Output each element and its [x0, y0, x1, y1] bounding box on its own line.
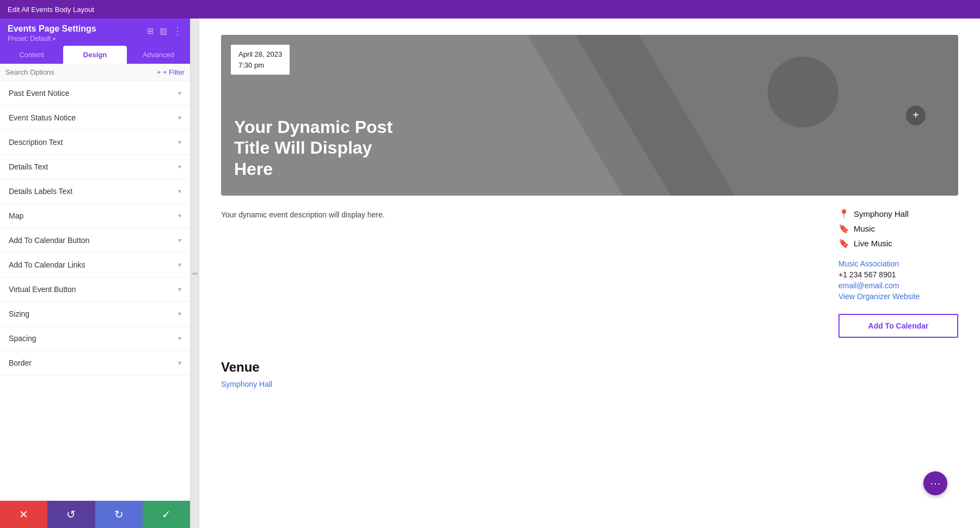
chevron-icon: ▾ [178, 114, 181, 122]
sidebar-header: Events Page Settings Preset: Default ▾ ⊞… [0, 19, 190, 46]
category-live-music: Live Music [854, 239, 892, 248]
resize-handle[interactable]: ⇔ [191, 19, 199, 528]
sidebar-icon-expand[interactable]: ⊞ [147, 26, 154, 36]
organizer-email-link[interactable]: email@email.com [838, 281, 958, 290]
sidebar-icon-more[interactable]: ⋮ [173, 25, 182, 37]
sidebar-item-description-text[interactable]: Description Text ▾ [0, 130, 190, 155]
tag-icon: 🔖 [838, 223, 849, 234]
chevron-icon: ▾ [178, 89, 181, 97]
venue-section-title: Venue [221, 360, 958, 375]
chevron-icon: ▾ [178, 286, 181, 293]
sidebar-tabs: Content Design Advanced [0, 46, 190, 64]
filter-icon: + [157, 68, 161, 76]
organizer-phone: +1 234 567 8901 [838, 270, 958, 279]
filter-button[interactable]: + + Filter [157, 68, 185, 76]
sidebar: Events Page Settings Preset: Default ▾ ⊞… [0, 19, 191, 528]
venue-category-live-music: 🔖 Live Music [838, 238, 958, 248]
event-date-box: April 28, 2023 7:30 pm [231, 45, 290, 75]
sidebar-item-details-labels-text[interactable]: Details Labels Text ▾ [0, 179, 190, 204]
chevron-icon: ▾ [178, 212, 181, 220]
top-bar: Edit All Events Body Layout [0, 0, 980, 19]
organizer-website-link[interactable]: View Organizer Website [838, 292, 958, 301]
sidebar-item-sizing[interactable]: Sizing ▾ [0, 302, 190, 326]
chevron-icon: ▾ [178, 138, 181, 146]
preset-arrow-icon: ▾ [53, 36, 56, 42]
tab-design[interactable]: Design [63, 46, 126, 64]
chevron-icon: ▾ [178, 359, 181, 367]
event-hero: April 28, 2023 7:30 pm Your Dynamic Post… [221, 35, 958, 196]
add-module-button[interactable]: + [906, 106, 926, 125]
tab-advanced[interactable]: Advanced [127, 46, 190, 64]
chevron-icon: ▾ [178, 310, 181, 318]
tag-icon: 🔖 [838, 238, 849, 248]
chevron-icon: ▾ [178, 236, 181, 244]
sidebar-item-event-status-notice[interactable]: Event Status Notice ▾ [0, 106, 190, 130]
sidebar-item-add-to-calendar-button[interactable]: Add To Calendar Button ▾ [0, 228, 190, 253]
venue-category-music: 🔖 Music [838, 223, 958, 234]
undo-button[interactable]: ↺ [47, 501, 95, 528]
sidebar-title: Events Page Settings [8, 24, 96, 34]
add-to-calendar-button[interactable]: Add To Calendar [838, 314, 958, 338]
search-input[interactable] [5, 68, 157, 76]
chevron-icon: ▾ [178, 187, 181, 195]
content-area: April 28, 2023 7:30 pm Your Dynamic Post… [199, 19, 980, 528]
event-description: Your dynamic event description will disp… [221, 209, 817, 338]
sidebar-icon-columns[interactable]: ▥ [160, 26, 167, 36]
bottom-toolbar: ✕ ↺ ↻ ✓ [0, 501, 190, 528]
organizer-name-link[interactable]: Music Association [838, 259, 958, 268]
sidebar-item-details-text[interactable]: Details Text ▾ [0, 155, 190, 179]
venue-name: Symphony Hall [854, 209, 909, 219]
cancel-button[interactable]: ✕ [0, 501, 47, 528]
sidebar-items: Past Event Notice ▾ Event Status Notice … [0, 81, 190, 501]
chevron-icon: ▾ [178, 335, 181, 342]
floating-menu-button[interactable]: ⋯ [923, 471, 947, 495]
sidebar-preset: Preset: Default ▾ [8, 35, 96, 43]
category-music: Music [854, 224, 875, 233]
organizer-info: Music Association +1 234 567 8901 email@… [838, 259, 958, 301]
redo-button[interactable]: ↻ [95, 501, 143, 528]
sidebar-item-virtual-event-button[interactable]: Virtual Event Button ▾ [0, 277, 190, 302]
sidebar-item-past-event-notice[interactable]: Past Event Notice ▾ [0, 81, 190, 106]
sidebar-item-spacing[interactable]: Spacing ▾ [0, 326, 190, 351]
location-icon: 📍 [838, 209, 849, 219]
hero-chevron-decoration [479, 35, 958, 196]
main-layout: Events Page Settings Preset: Default ▾ ⊞… [0, 19, 980, 528]
top-bar-title: Edit All Events Body Layout [8, 5, 94, 14]
event-body: Your dynamic event description will disp… [221, 209, 958, 338]
save-button[interactable]: ✓ [143, 501, 190, 528]
search-row: + + Filter [0, 64, 190, 81]
venue-section-link[interactable]: Symphony Hall [221, 380, 272, 389]
venue-location-item: 📍 Symphony Hall [838, 209, 958, 219]
event-title: Your Dynamic Post Title Will Display Her… [234, 117, 397, 179]
venue-section: Venue Symphony Hall [221, 360, 958, 389]
tab-content[interactable]: Content [0, 46, 63, 64]
sidebar-item-border[interactable]: Border ▾ [0, 351, 190, 375]
sidebar-item-add-to-calendar-links[interactable]: Add To Calendar Links ▾ [0, 253, 190, 277]
sidebar-item-map[interactable]: Map ▾ [0, 204, 190, 228]
chevron-icon: ▾ [178, 261, 181, 269]
chevron-icon: ▾ [178, 163, 181, 171]
event-sidebar-info: 📍 Symphony Hall 🔖 Music 🔖 Live Music Mus… [838, 209, 958, 338]
